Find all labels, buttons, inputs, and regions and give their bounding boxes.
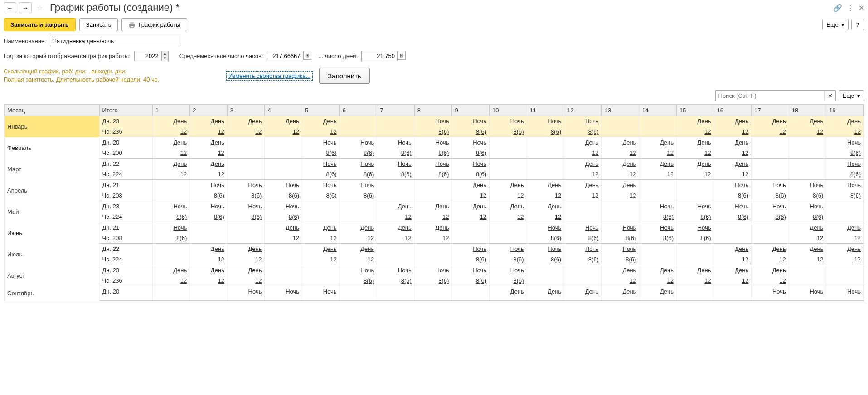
day-type-cell[interactable]: День	[152, 265, 190, 276]
day-hours-cell[interactable]: 8(6)	[639, 233, 677, 244]
day-type-cell[interactable]: День	[152, 116, 190, 127]
day-type-cell[interactable]	[265, 265, 302, 276]
day-hours-cell[interactable]: 12	[676, 126, 714, 137]
day-hours-cell[interactable]: 8(6)	[265, 212, 302, 222]
day-hours-cell[interactable]	[265, 148, 302, 159]
day-hours-cell[interactable]: 12	[789, 126, 826, 137]
day-hours-cell[interactable]: 12	[265, 233, 302, 244]
day-type-cell[interactable]: Ночь	[452, 137, 490, 148]
day-hours-cell[interactable]: 8(6)	[826, 190, 864, 201]
day-type-cell[interactable]: Ночь	[676, 222, 714, 233]
day-type-cell[interactable]	[527, 159, 564, 169]
day-hours-cell[interactable]: 8(6)	[752, 190, 789, 201]
day-hours-cell[interactable]	[152, 297, 190, 301]
day-hours-cell[interactable]	[265, 169, 302, 180]
day-type-cell[interactable]	[414, 286, 452, 297]
grid-header[interactable]: 14	[639, 105, 677, 116]
day-hours-cell[interactable]: 12	[190, 169, 228, 180]
month-cell[interactable]: Июль	[5, 244, 100, 265]
save-close-button[interactable]: Записать и закрыть	[4, 18, 76, 31]
day-type-cell[interactable]: День	[601, 180, 639, 191]
day-type-cell[interactable]: Ночь	[302, 137, 340, 148]
day-hours-cell[interactable]	[676, 190, 714, 201]
day-type-cell[interactable]	[490, 137, 527, 148]
day-hours-cell[interactable]: 12	[676, 275, 714, 286]
day-hours-cell[interactable]: 12	[826, 126, 864, 137]
day-type-cell[interactable]: Ночь	[564, 222, 602, 233]
day-hours-cell[interactable]: 8(6)	[414, 169, 452, 180]
day-hours-cell[interactable]: 12	[452, 212, 490, 222]
day-type-cell[interactable]: Ночь	[564, 116, 602, 127]
day-type-cell[interactable]	[714, 286, 752, 297]
day-hours-cell[interactable]: 8(6)	[265, 190, 302, 201]
print-schedule-button[interactable]: График работы	[121, 18, 187, 31]
day-hours-cell[interactable]	[490, 169, 527, 180]
day-hours-cell[interactable]	[714, 233, 752, 244]
day-type-cell[interactable]: День	[789, 116, 826, 127]
day-hours-cell[interactable]	[752, 233, 789, 244]
day-hours-cell[interactable]	[752, 169, 789, 180]
day-hours-cell[interactable]: 12	[227, 254, 265, 265]
grid-header[interactable]: 9	[452, 105, 490, 116]
day-hours-cell[interactable]: 8(6)	[414, 148, 452, 159]
day-hours-cell[interactable]: 12	[339, 233, 377, 244]
day-type-cell[interactable]: День	[601, 137, 639, 148]
day-hours-cell[interactable]: 12	[190, 126, 228, 137]
day-type-cell[interactable]: День	[826, 222, 864, 233]
day-hours-cell[interactable]: 8(6)	[490, 254, 527, 265]
forward-button[interactable]: →	[19, 2, 32, 13]
day-hours-cell[interactable]	[377, 190, 415, 201]
day-hours-cell[interactable]	[676, 297, 714, 301]
day-type-cell[interactable]: Ночь	[564, 244, 602, 255]
day-type-cell[interactable]: День	[676, 137, 714, 148]
day-type-cell[interactable]: Ночь	[452, 265, 490, 276]
day-hours-cell[interactable]	[527, 148, 564, 159]
day-type-cell[interactable]: День	[490, 201, 527, 212]
day-type-cell[interactable]	[527, 137, 564, 148]
day-hours-cell[interactable]: 12	[190, 148, 228, 159]
day-hours-cell[interactable]: 8(6)	[826, 169, 864, 180]
day-type-cell[interactable]: День	[302, 244, 340, 255]
day-hours-cell[interactable]: 8(6)	[826, 148, 864, 159]
day-type-cell[interactable]: Ночь	[826, 137, 864, 148]
day-hours-cell[interactable]: 12	[527, 190, 564, 201]
day-hours-cell[interactable]	[265, 275, 302, 286]
day-type-cell[interactable]	[265, 159, 302, 169]
day-hours-cell[interactable]: 12	[826, 233, 864, 244]
day-type-cell[interactable]	[227, 159, 265, 169]
day-hours-cell[interactable]	[527, 275, 564, 286]
grid-header[interactable]: 16	[714, 105, 752, 116]
day-hours-cell[interactable]: 12	[302, 126, 340, 137]
day-hours-cell[interactable]: 8(6)	[564, 233, 602, 244]
day-hours-cell[interactable]	[227, 297, 265, 301]
day-hours-cell[interactable]	[265, 254, 302, 265]
day-hours-cell[interactable]	[527, 297, 564, 301]
day-hours-cell[interactable]: 12	[564, 169, 602, 180]
day-type-cell[interactable]	[490, 159, 527, 169]
day-hours-cell[interactable]: 12	[752, 275, 789, 286]
spin-up-icon[interactable]: ▲	[162, 51, 168, 56]
day-hours-cell[interactable]: 12	[676, 169, 714, 180]
day-hours-cell[interactable]	[826, 297, 864, 301]
month-cell[interactable]: Апрель	[5, 180, 100, 201]
day-type-cell[interactable]	[339, 286, 377, 297]
day-type-cell[interactable]	[601, 201, 639, 212]
day-hours-cell[interactable]	[676, 254, 714, 265]
day-type-cell[interactable]: День	[564, 286, 602, 297]
day-hours-cell[interactable]: 8(6)	[377, 148, 415, 159]
grid-header[interactable]: 12	[564, 105, 602, 116]
day-hours-cell[interactable]	[639, 190, 677, 201]
grid-header[interactable]: 10	[490, 105, 527, 116]
search-input[interactable]	[716, 91, 824, 101]
grid-header[interactable]: 17	[752, 105, 789, 116]
day-hours-cell[interactable]: 8(6)	[789, 190, 826, 201]
day-type-cell[interactable]: Ночь	[339, 137, 377, 148]
day-type-cell[interactable]: Ночь	[490, 244, 527, 255]
grid-header[interactable]: 1	[152, 105, 190, 116]
day-type-cell[interactable]	[377, 180, 415, 191]
day-hours-cell[interactable]: 12	[789, 233, 826, 244]
day-hours-cell[interactable]: 8(6)	[564, 126, 602, 137]
day-type-cell[interactable]	[639, 180, 677, 191]
grid-header[interactable]: 3	[227, 105, 265, 116]
day-hours-cell[interactable]	[452, 297, 490, 301]
